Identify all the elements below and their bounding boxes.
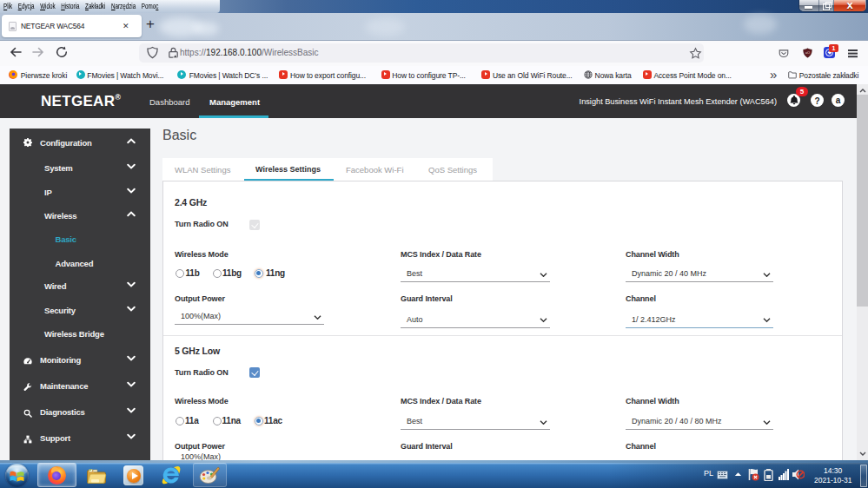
svg-text:uO: uO	[805, 50, 809, 55]
